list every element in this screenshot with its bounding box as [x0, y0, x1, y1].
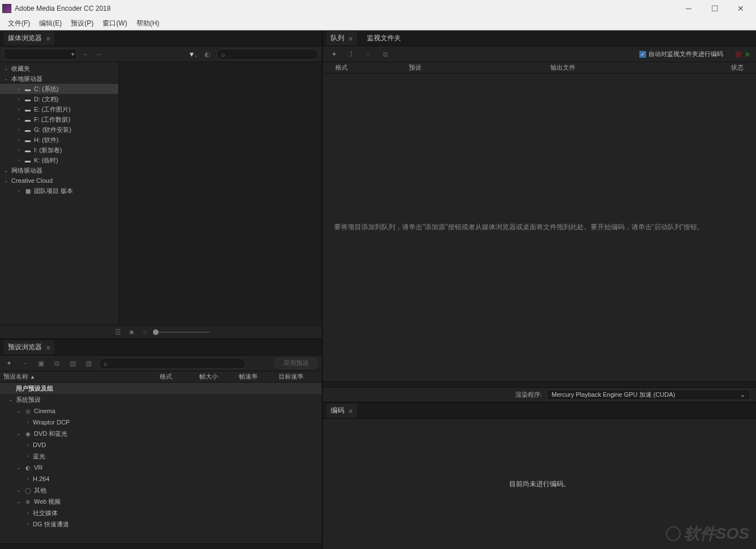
group-label: Cinema: [34, 408, 55, 414]
preset-group[interactable]: ⌄◎Cinema: [0, 405, 322, 417]
tab-preset-browser-label: 预设浏览器: [8, 342, 42, 352]
tree-favorites[interactable]: ⌄收藏夹: [0, 63, 118, 74]
add-source-icon[interactable]: ＋: [328, 49, 340, 60]
menu-window[interactable]: 窗口(W): [98, 18, 131, 29]
group-icon: ◐: [24, 465, 32, 471]
preset-settings-icon[interactable]: ⧉: [51, 358, 62, 369]
panel-menu-icon[interactable]: ≡: [349, 408, 352, 414]
start-queue-icon[interactable]: [746, 52, 750, 57]
drive-icon: ▬: [24, 106, 32, 113]
import-preset-icon[interactable]: ▤: [67, 358, 78, 369]
tab-encode[interactable]: 编码 ≡: [326, 404, 357, 418]
queue-scrollbar[interactable]: [323, 381, 756, 387]
preset-user-header[interactable]: 用户预设及组: [0, 383, 322, 394]
col-target[interactable]: 目标速率: [279, 372, 318, 381]
list-view-icon[interactable]: ☰: [112, 327, 123, 338]
preset-item[interactable]: ›DG 快速通道: [0, 518, 322, 530]
stop-queue-icon[interactable]: [736, 52, 741, 57]
tree-drive-item[interactable]: ›▬K: (临时): [0, 155, 118, 165]
col-status[interactable]: 状态: [721, 63, 744, 72]
auto-encode-checkbox[interactable]: ✓ 自动对监视文件夹进行编码: [639, 50, 723, 58]
window-controls: ─ ☐ ✕: [676, 0, 754, 17]
preset-item[interactable]: ›社交媒体: [0, 507, 322, 518]
preset-group[interactable]: ⌄◯其他: [0, 484, 322, 496]
tree-drive-item[interactable]: ›▬G: (软件安装): [0, 125, 118, 135]
tree-drive-item[interactable]: ›▬I: (新加卷): [0, 145, 118, 155]
remove-icon[interactable]: −: [362, 49, 374, 60]
preset-system-header[interactable]: ⌄系统预设: [0, 394, 322, 405]
zoom-slider[interactable]: [153, 332, 210, 333]
preset-group[interactable]: ⌄◐VR: [0, 462, 322, 473]
preset-item[interactable]: ›蓝光: [0, 451, 322, 462]
maximize-button[interactable]: ☐: [702, 0, 728, 17]
chevron-down-icon: ⌄: [740, 391, 745, 398]
group-label: DVD 和蓝光: [34, 430, 67, 438]
tree-creative-cloud[interactable]: ⌄Creative Cloud: [0, 175, 118, 186]
menu-file[interactable]: 文件(F): [3, 18, 35, 29]
preset-scrollbar[interactable]: [0, 543, 322, 549]
tree-local-drives[interactable]: ⌄本地驱动器: [0, 74, 118, 84]
thumbnail-view-icon[interactable]: ■: [126, 327, 137, 338]
drive-icon: ▬: [24, 147, 32, 153]
preset-search-input[interactable]: ⌕: [99, 358, 246, 369]
tree-drive-item[interactable]: ›▬F: (工作数据): [0, 114, 118, 125]
preset-item-label: H.264: [33, 475, 49, 482]
tree-drive-item[interactable]: ›▬H: (软件): [0, 135, 118, 145]
remove-preset-icon[interactable]: −: [19, 358, 31, 369]
nav-back-icon[interactable]: ←: [80, 49, 92, 60]
panel-menu-icon[interactable]: ≡: [46, 344, 50, 351]
col-preset[interactable]: 预设: [409, 63, 550, 72]
tree-drive-item[interactable]: ›▬E: (工作图片): [0, 104, 118, 114]
panel-menu-icon[interactable]: ≡: [46, 35, 50, 42]
group-icon: ◎: [24, 408, 32, 414]
export-preset-icon[interactable]: ▥: [83, 358, 94, 369]
drive-label: K: (临时): [34, 156, 58, 165]
ingest-icon[interactable]: ◐: [202, 49, 213, 60]
app-icon: [2, 4, 11, 13]
new-group-icon[interactable]: ▣: [35, 358, 46, 369]
apply-preset-button[interactable]: 应用预设: [274, 358, 318, 369]
preset-item[interactable]: ›Wraptor DCP: [0, 417, 322, 428]
preset-item[interactable]: ›DVD: [0, 439, 322, 451]
drive-label: D: (文档): [34, 95, 58, 104]
menu-help[interactable]: 帮助(H): [132, 18, 164, 29]
preset-item[interactable]: ›H.264: [0, 473, 322, 484]
col-format[interactable]: 格式: [160, 372, 199, 381]
duplicate-icon[interactable]: ⧉: [379, 49, 391, 60]
renderer-select[interactable]: Mercury Playback Engine GPU 加速 (CUDA) ⌄: [546, 389, 750, 400]
col-frame-rate[interactable]: 帧速率: [239, 372, 279, 381]
queue-tabbar: 队列 ≡ 监视文件夹: [323, 31, 756, 46]
tree-drive-item[interactable]: ›▬C: (系统): [0, 84, 118, 94]
tree-drive-item[interactable]: ›▬D: (文档): [0, 94, 118, 104]
menubar: 文件(F) 编辑(E) 预设(P) 窗口(W) 帮助(H): [0, 17, 756, 31]
add-preset-icon[interactable]: ＋: [3, 358, 15, 369]
col-format[interactable]: 格式: [335, 63, 409, 72]
col-preset-name[interactable]: 预设名称: [3, 372, 28, 381]
drive-label: I: (新加卷): [34, 146, 62, 155]
col-frame-size[interactable]: 帧大小: [199, 372, 239, 381]
filter-icon[interactable]: ▼.: [187, 49, 198, 60]
tab-watch-folders[interactable]: 监视文件夹: [362, 31, 405, 45]
preset-group[interactable]: ⌄◉DVD 和蓝光: [0, 428, 322, 439]
minimize-button[interactable]: ─: [676, 0, 702, 17]
tab-preset-browser[interactable]: 预设浏览器 ≡: [3, 340, 54, 354]
tree-network-drives[interactable]: ⌄网络驱动器: [0, 165, 118, 175]
tree-team-project[interactable]: ›▦团队项目 版本: [0, 186, 118, 196]
zoom-slider-handle-icon[interactable]: ○: [139, 327, 151, 338]
tab-queue[interactable]: 队列 ≡: [326, 31, 357, 45]
nav-forward-icon[interactable]: →: [93, 49, 104, 60]
queue-drop-area[interactable]: 要将项目添加到队列，请单击"添加源"按钮或者从媒体浏览器或桌面将文件拖到此处。要…: [323, 74, 756, 381]
media-search-input[interactable]: ⌕: [216, 49, 318, 60]
tab-media-browser[interactable]: 媒体浏览器 ≡: [3, 31, 54, 45]
menu-preset[interactable]: 预设(P): [66, 18, 98, 29]
panel-menu-icon[interactable]: ≡: [349, 35, 352, 42]
preset-group[interactable]: ⌄⊕Web 视频: [0, 496, 322, 507]
col-output[interactable]: 输出文件: [550, 63, 721, 72]
encode-tabbar: 编码 ≡: [323, 403, 756, 419]
close-button[interactable]: ✕: [728, 0, 754, 17]
window-title: Adobe Media Encoder CC 2018: [15, 5, 676, 12]
add-output-icon[interactable]: ⤴: [345, 49, 357, 60]
drive-icon: ▬: [24, 137, 32, 143]
menu-edit[interactable]: 编辑(E): [35, 18, 66, 29]
path-dropdown[interactable]: ▾: [3, 49, 77, 60]
